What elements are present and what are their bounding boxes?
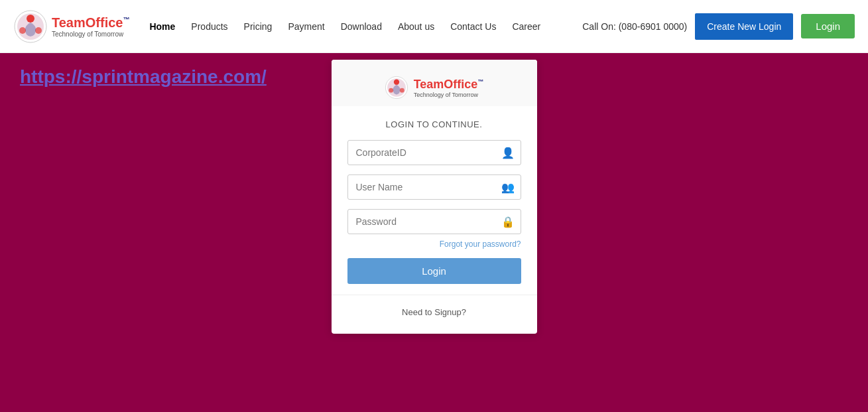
nav-item-pricing[interactable]: Pricing: [237, 17, 279, 36]
signup-link[interactable]: Need to Signup?: [402, 307, 466, 317]
site-url: https://sprintmagazine.com/: [20, 66, 267, 88]
corporate-id-group: 👤: [347, 140, 521, 165]
nav-link-about[interactable]: About us: [391, 17, 441, 36]
logo-brand: TeamOffice™: [52, 15, 129, 31]
nav-item-products[interactable]: Products: [184, 17, 234, 36]
create-new-login-button[interactable]: Create New Login: [695, 13, 793, 40]
login-card-button[interactable]: Login: [347, 258, 521, 284]
login-card-logo: TeamOffice™ Technology of Tomorrow: [332, 60, 537, 106]
nav-item-career[interactable]: Career: [505, 17, 547, 36]
call-on-text: Call On: (080-6901 0000): [582, 21, 687, 32]
logo-brand-suffix: Office: [86, 15, 123, 30]
password-group: 🔒: [347, 209, 521, 234]
main-content: https://sprintmagazine.com/ TeamOffice™ …: [0, 53, 868, 412]
nav-link-home[interactable]: Home: [143, 17, 182, 36]
nav-link-download[interactable]: Download: [334, 17, 389, 36]
username-group: 👥: [347, 174, 521, 200]
nav-item-payment[interactable]: Payment: [281, 17, 331, 36]
login-card: TeamOffice™ Technology of Tomorrow LOGIN…: [332, 60, 537, 334]
nav-item-contact[interactable]: Contact Us: [444, 17, 503, 36]
nav-link-contact[interactable]: Contact Us: [444, 17, 503, 36]
nav-link-payment[interactable]: Payment: [281, 17, 331, 36]
card-logo-brand: TeamOffice™: [414, 78, 484, 92]
login-title: LOGIN TO CONTINUE.: [347, 119, 521, 129]
forgot-password-link[interactable]: Forgot your password?: [347, 240, 521, 249]
svg-point-7: [393, 80, 399, 85]
signup-area: Need to Signup?: [332, 295, 537, 320]
nav-link-products[interactable]: Products: [184, 17, 234, 36]
username-input[interactable]: [347, 174, 521, 200]
card-logo-sub: Technology of Tomorrow: [414, 92, 484, 98]
users-icon: 👥: [501, 181, 515, 194]
card-logo-prefix: Team: [414, 78, 444, 91]
user-icon: 👤: [501, 147, 515, 159]
svg-point-3: [35, 27, 42, 34]
card-logo-text: TeamOffice™ Technology of Tomorrow: [414, 78, 484, 98]
nav-link-career[interactable]: Career: [505, 17, 547, 36]
svg-point-2: [27, 15, 34, 23]
login-nav-button[interactable]: Login: [801, 14, 855, 38]
login-card-body: LOGIN TO CONTINUE. 👤 👥 🔒 Forgot your pas…: [332, 106, 537, 284]
logo-brand-prefix: Team: [52, 15, 86, 30]
svg-point-4: [19, 27, 26, 34]
svg-point-8: [399, 88, 404, 93]
card-logo-tm: ™: [477, 78, 483, 85]
card-logo-icon: [385, 76, 408, 100]
corporate-id-input[interactable]: [347, 140, 521, 165]
nav-right: Call On: (080-6901 0000) Create New Logi…: [582, 13, 855, 40]
logo-icon: [13, 9, 48, 44]
nav-links: Home Products Pricing Payment Download A…: [143, 17, 582, 36]
card-logo-suffix: Office: [444, 78, 477, 91]
lock-icon: 🔒: [501, 216, 515, 228]
logo-sub: Technology of Tomorrow: [52, 31, 129, 38]
svg-point-9: [389, 88, 393, 93]
nav-item-download[interactable]: Download: [334, 17, 389, 36]
logo-text: TeamOffice™ Technology of Tomorrow: [52, 15, 129, 38]
nav-link-pricing[interactable]: Pricing: [237, 17, 279, 36]
logo[interactable]: TeamOffice™ Technology of Tomorrow: [13, 9, 129, 44]
password-input[interactable]: [347, 209, 521, 234]
navbar: TeamOffice™ Technology of Tomorrow Home …: [0, 0, 868, 53]
nav-item-about[interactable]: About us: [391, 17, 441, 36]
nav-item-home[interactable]: Home: [143, 17, 182, 36]
logo-tm: ™: [123, 16, 129, 23]
